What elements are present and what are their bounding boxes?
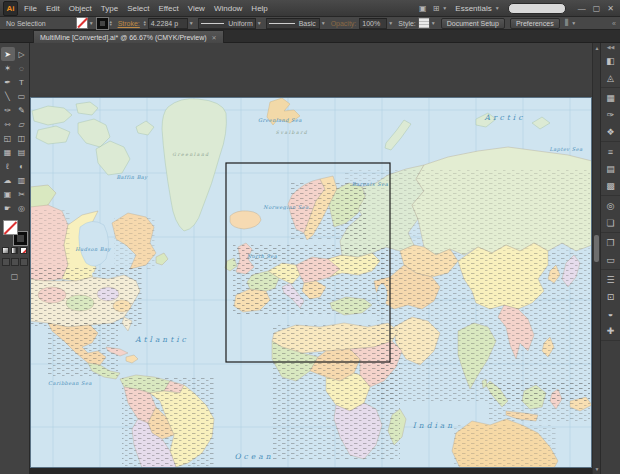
panel-stroke[interactable]: ≡ — [601, 143, 620, 160]
draw-inside-button[interactable] — [20, 258, 28, 266]
width-tool[interactable]: ⇿ — [1, 117, 15, 131]
column-graph-tool[interactable]: ▥ — [15, 173, 29, 187]
line-segment-tool[interactable]: ╲ — [1, 89, 15, 103]
menu-help[interactable]: Help — [251, 4, 267, 13]
profile-caret-icon[interactable]: ▼ — [257, 20, 262, 26]
minimize-button[interactable]: — — [578, 4, 586, 13]
sea-label-greenland-sea: Greenland Sea — [258, 117, 302, 123]
slice-tool[interactable]: ✂ — [15, 187, 29, 201]
panel-color[interactable]: ◧ — [601, 52, 620, 69]
perspective-grid-tool[interactable]: ◫ — [15, 131, 29, 145]
fill-caret-icon[interactable]: ▼ — [89, 20, 94, 26]
app-search-input[interactable] — [508, 3, 566, 14]
stroke-weight-field[interactable]: 4.2284 p — [148, 18, 188, 29]
opacity-panel-link[interactable]: Opacity: — [331, 20, 357, 27]
panel-artboards[interactable]: ▭ — [601, 251, 620, 268]
pencil-tool[interactable]: ✎ — [15, 103, 29, 117]
panel-swatches[interactable]: ▦ — [601, 89, 620, 106]
paintbrush-tool[interactable]: ✑ — [1, 103, 15, 117]
panel-gradient[interactable]: ▤ — [601, 160, 620, 177]
scrollbar-thumb[interactable] — [594, 235, 599, 262]
shape-builder-tool[interactable]: ◱ — [1, 131, 15, 145]
vertical-scrollbar[interactable]: ▲ ▼ — [592, 43, 600, 474]
restore-button[interactable]: ▢ — [593, 4, 601, 13]
panel-symbols[interactable]: ❖ — [601, 123, 620, 140]
panel-transform[interactable]: ⊡ — [601, 288, 620, 305]
align-icon[interactable]: ⫼ — [565, 18, 569, 28]
menu-edit[interactable]: Edit — [46, 4, 60, 13]
symbol-sprayer-tool[interactable]: ☁ — [1, 173, 15, 187]
panel-brushes[interactable]: ✑ — [601, 106, 620, 123]
menu-select[interactable]: Select — [127, 4, 149, 13]
type-tool[interactable]: T — [15, 75, 29, 89]
menu-view[interactable]: View — [188, 4, 205, 13]
gradient-mode-button[interactable] — [11, 247, 18, 254]
width-profile-dropdown[interactable]: Uniform — [198, 18, 256, 29]
menu-object[interactable]: Object — [69, 4, 92, 13]
fill-swatch-box[interactable] — [3, 220, 18, 235]
style-caret-icon[interactable]: ▼ — [431, 20, 436, 26]
tab-close-icon[interactable]: ✕ — [212, 34, 217, 41]
document-setup-button[interactable]: Document Setup — [441, 18, 505, 29]
free-transform-tool[interactable]: ▱ — [15, 117, 29, 131]
hand-tool[interactable]: ☛ — [1, 201, 15, 215]
expand-panels-icon[interactable]: ◀◀ — [601, 43, 620, 51]
panel-align[interactable]: ☰ — [601, 271, 620, 288]
style-swatch[interactable] — [418, 17, 430, 29]
menu-effect[interactable]: Effect — [158, 4, 178, 13]
mesh-tool[interactable]: ▦ — [1, 145, 15, 159]
menu-type[interactable]: Type — [101, 4, 118, 13]
ocean-label-indian: Indian — [413, 421, 455, 430]
pen-tool[interactable]: ✒ — [1, 75, 15, 89]
artboard-tool[interactable]: ▣ — [1, 187, 15, 201]
brush-definition-dropdown[interactable]: Basic — [266, 18, 320, 29]
stroke-weight-stepper[interactable]: ▲▼ — [143, 20, 147, 27]
stroke-color-swatch[interactable] — [97, 18, 108, 29]
workspace-switcher[interactable]: Essentials ▼ — [455, 4, 499, 13]
gradient-tool[interactable]: ▤ — [15, 145, 29, 159]
fill-swatch[interactable] — [76, 17, 88, 29]
panel-graphic-styles[interactable]: ❏ — [601, 214, 620, 231]
document-layout-caret-icon[interactable]: ▼ — [442, 5, 447, 11]
color-mode-button[interactable] — [2, 247, 9, 254]
menu-file[interactable]: File — [24, 4, 37, 13]
opacity-caret-icon[interactable]: ▼ — [388, 20, 393, 26]
fill-stroke-indicator[interactable] — [3, 220, 27, 245]
direct-selection-tool[interactable]: ▷ — [15, 47, 29, 61]
panel-color-guide[interactable]: ◬ — [601, 69, 620, 86]
panel-layers[interactable]: ❐ — [601, 234, 620, 251]
zoom-tool[interactable]: ◎ — [15, 201, 29, 215]
map-artboard[interactable]: Greenland Sea Arctic Svalbard Laptev Sea… — [30, 97, 592, 468]
rectangle-tool[interactable]: ▭ — [15, 89, 29, 103]
draw-normal-button[interactable] — [2, 258, 10, 266]
selection-tool[interactable]: ➤ — [1, 47, 15, 61]
close-button[interactable]: ✕ — [607, 4, 614, 13]
document-tab[interactable]: MultiMine [Converted].ai* @ 66.67% (CMYK… — [33, 30, 224, 43]
sea-label-baffin-bay: Baffin Bay — [116, 174, 148, 181]
screen-mode-button[interactable]: ▢ — [0, 272, 29, 281]
draw-behind-button[interactable] — [11, 258, 19, 266]
lasso-tool[interactable]: ◌ — [15, 61, 29, 75]
panel-transparency[interactable]: ▩ — [601, 177, 620, 194]
tab-bar: MultiMine [Converted].ai* @ 66.67% (CMYK… — [0, 30, 620, 43]
none-mode-button[interactable] — [20, 247, 27, 254]
blend-tool[interactable]: ◐ — [15, 159, 29, 173]
stroke-stepper[interactable]: ▲▼ — [109, 20, 113, 27]
panel-navigator[interactable]: ✚ — [601, 322, 620, 339]
collapse-panel-icon[interactable]: « — [612, 20, 616, 27]
eyedropper-tool[interactable]: ℓ — [1, 159, 15, 173]
preferences-button[interactable]: Preferences — [510, 18, 560, 29]
magic-wand-tool[interactable]: ✶ — [1, 61, 15, 75]
document-layout-icon[interactable]: ⊞ — [433, 4, 440, 13]
arrange-documents-icon[interactable]: ▣ — [419, 4, 427, 13]
menu-window[interactable]: Window — [214, 4, 242, 13]
stroke-panel-link[interactable]: Stroke: — [118, 20, 140, 27]
canvas-area[interactable]: Greenland Sea Arctic Svalbard Laptev Sea… — [30, 43, 592, 474]
stroke-weight-caret-icon[interactable]: ▼ — [189, 20, 194, 26]
panel-pathfinder[interactable]: ◒ — [601, 305, 620, 322]
align-caret-icon[interactable]: ▼ — [571, 20, 576, 26]
selection-status: No Selection — [6, 20, 46, 27]
opacity-field[interactable]: 100% — [359, 18, 387, 29]
brush-caret-icon[interactable]: ▼ — [321, 20, 326, 26]
panel-appearance[interactable]: ◎ — [601, 197, 620, 214]
